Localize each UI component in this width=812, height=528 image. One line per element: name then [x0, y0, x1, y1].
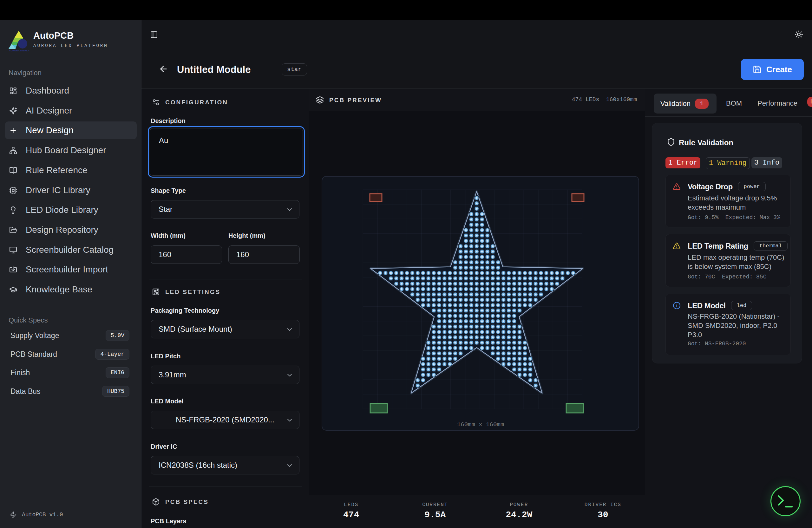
- svg-text:160mm x 160mm: 160mm x 160mm: [457, 421, 504, 428]
- svg-text:AURORA DISPLAYS: AURORA DISPLAYS: [9, 49, 29, 52]
